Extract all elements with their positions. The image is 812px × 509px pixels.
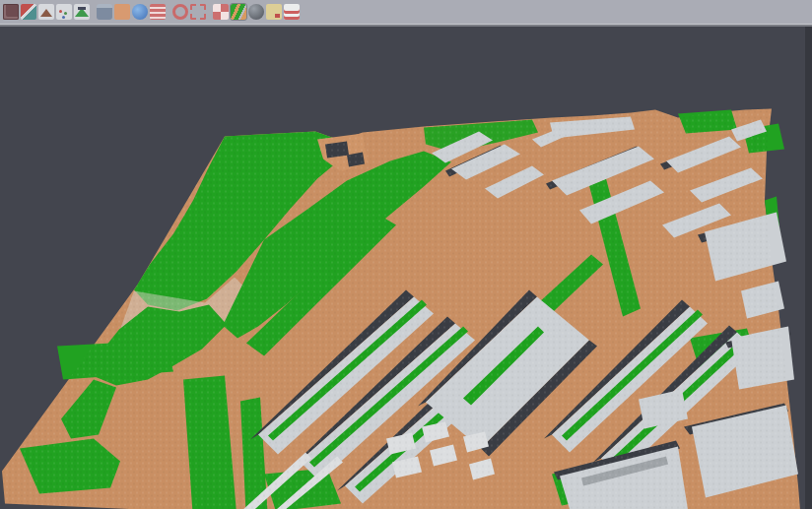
- viewport-3d[interactable]: [0, 27, 812, 509]
- globe-icon[interactable]: [132, 4, 148, 20]
- point-cloud-scene: [0, 27, 812, 509]
- pointcloud-texture: [2, 109, 801, 509]
- circle-select-icon[interactable]: [172, 4, 188, 20]
- report-icon[interactable]: [266, 4, 282, 20]
- align-photos-icon[interactable]: [21, 4, 36, 20]
- grid-icon[interactable]: [213, 4, 229, 20]
- mesh-icon[interactable]: [38, 4, 54, 20]
- terrain-model-icon[interactable]: [74, 4, 90, 20]
- markers-icon[interactable]: [56, 4, 72, 20]
- attribute-table-icon[interactable]: [150, 4, 166, 20]
- application-window: [0, 0, 812, 509]
- sphere-icon[interactable]: [248, 4, 264, 20]
- toolbar-icons: [0, 0, 812, 24]
- toolbar: [0, 0, 812, 25]
- import-data-icon[interactable]: [3, 4, 19, 20]
- export-icon[interactable]: [284, 4, 300, 20]
- right-gutter: [805, 27, 812, 509]
- texture-icon[interactable]: [114, 4, 130, 20]
- rect-select-icon[interactable]: [190, 4, 206, 20]
- classification-view-icon[interactable]: [231, 4, 246, 20]
- model-column-icon[interactable]: [97, 4, 112, 20]
